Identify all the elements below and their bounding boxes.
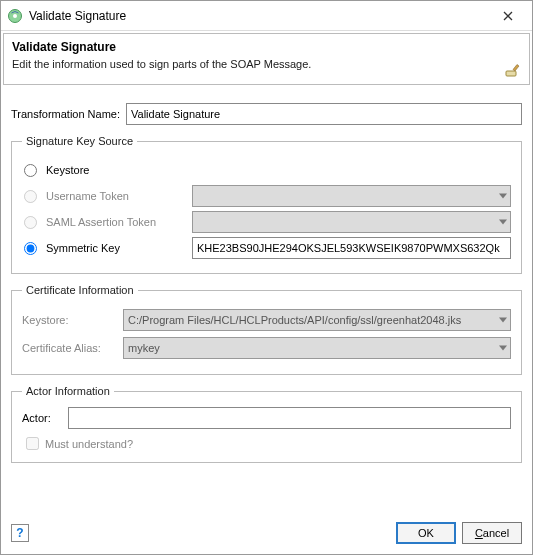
keystore-path-label: Keystore: — [22, 314, 117, 326]
actor-row: Actor: — [22, 407, 511, 429]
must-understand-row: Must understand? — [26, 437, 511, 450]
ok-button[interactable]: OK — [396, 522, 456, 544]
certificate-information-legend: Certificate Information — [22, 284, 138, 296]
transformation-name-input[interactable] — [126, 103, 522, 125]
dialog-description: Edit the information used to sign parts … — [12, 58, 521, 70]
certificate-alias-row: Certificate Alias: mykey — [22, 334, 511, 362]
cancel-button[interactable]: Cancel — [462, 522, 522, 544]
keystore-path-value: C:/Program Files/HCL/HCLProducts/API/con… — [123, 309, 511, 331]
actor-input[interactable] — [68, 407, 511, 429]
actor-information-group: Actor Information Actor: Must understand… — [11, 385, 522, 463]
username-token-value — [192, 185, 511, 207]
symmetric-key-radio[interactable] — [24, 242, 37, 255]
help-button[interactable]: ? — [11, 524, 29, 542]
edit-icon — [505, 62, 521, 78]
chevron-down-icon — [499, 220, 507, 225]
symmetric-key-row: Symmetric Key — [22, 235, 511, 261]
must-understand-label: Must understand? — [45, 438, 133, 450]
username-token-label: Username Token — [46, 190, 186, 202]
dialog-header: Validate Signature Edit the information … — [3, 33, 530, 85]
transformation-name-row: Transformation Name: — [11, 103, 522, 125]
certificate-alias-select: mykey — [123, 337, 511, 359]
dialog-body: Transformation Name: Signature Key Sourc… — [1, 85, 532, 518]
dialog-title: Validate Signature — [12, 40, 521, 54]
ok-button-label: OK — [418, 527, 434, 539]
saml-token-radio — [24, 216, 37, 229]
username-token-select — [192, 185, 511, 207]
symmetric-key-label: Symmetric Key — [46, 242, 186, 254]
app-icon — [7, 8, 23, 24]
chevron-down-icon — [499, 318, 507, 323]
must-understand-checkbox — [26, 437, 39, 450]
signature-key-source-legend: Signature Key Source — [22, 135, 137, 147]
saml-token-value — [192, 211, 511, 233]
cancel-button-label: ancel — [483, 527, 509, 539]
certificate-information-group: Certificate Information Keystore: C:/Pro… — [11, 284, 522, 375]
keystore-path-row: Keystore: C:/Program Files/HCL/HCLProduc… — [22, 306, 511, 334]
window-titlebar: Validate Signature — [1, 1, 532, 31]
chevron-down-icon — [499, 194, 507, 199]
keystore-path-select: C:/Program Files/HCL/HCLProducts/API/con… — [123, 309, 511, 331]
saml-token-label: SAML Assertion Token — [46, 216, 186, 228]
certificate-alias-label: Certificate Alias: — [22, 342, 117, 354]
actor-information-legend: Actor Information — [22, 385, 114, 397]
window-title: Validate Signature — [29, 9, 490, 23]
username-token-row: Username Token — [22, 183, 511, 209]
symmetric-key-input[interactable] — [192, 237, 511, 259]
close-button[interactable] — [490, 3, 526, 29]
chevron-down-icon — [499, 346, 507, 351]
dialog-footer: ? OK Cancel — [1, 518, 532, 554]
actor-label: Actor: — [22, 412, 62, 424]
transformation-name-label: Transformation Name: — [11, 108, 120, 120]
username-token-radio — [24, 190, 37, 203]
certificate-alias-value: mykey — [123, 337, 511, 359]
keystore-radio-label: Keystore — [46, 164, 186, 176]
svg-rect-2 — [506, 71, 516, 76]
saml-token-select — [192, 211, 511, 233]
keystore-radio[interactable] — [24, 164, 37, 177]
signature-key-source-group: Signature Key Source Keystore Username T… — [11, 135, 522, 274]
svg-point-1 — [13, 14, 17, 18]
saml-token-row: SAML Assertion Token — [22, 209, 511, 235]
help-icon: ? — [16, 526, 23, 540]
keystore-radio-row: Keystore — [22, 157, 511, 183]
